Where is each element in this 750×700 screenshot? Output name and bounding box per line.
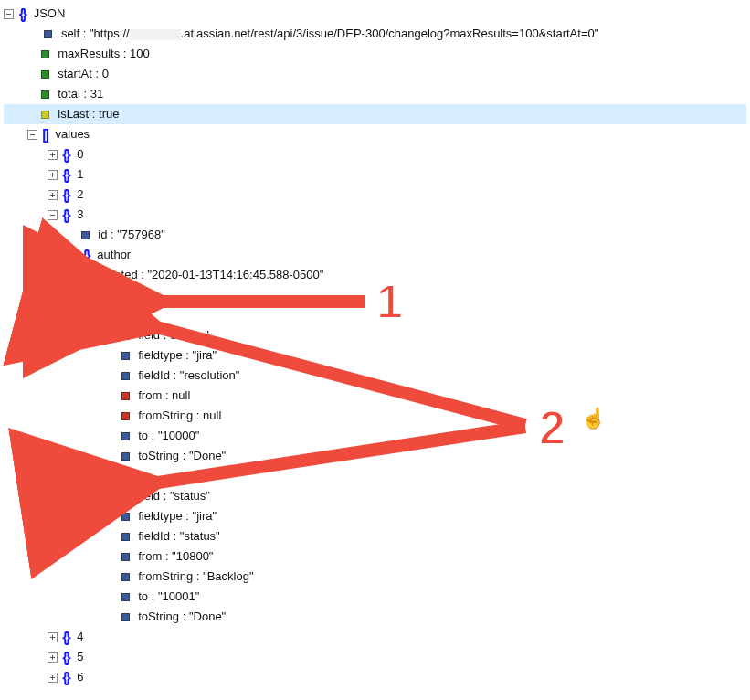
item1-to-node[interactable]: to : "10001" (4, 587, 746, 607)
prop-key: toString (138, 449, 179, 462)
item1-fieldid-node[interactable]: fieldId : "status" (4, 526, 746, 546)
self-node[interactable]: self : "https://.atlassian.net/rest/api/… (4, 24, 746, 44)
item1-field-node[interactable]: field : "status" (4, 486, 746, 506)
prop-key: fieldtype (138, 509, 182, 523)
expand-icon[interactable] (48, 150, 58, 160)
items-1-node[interactable]: {} 1 (4, 466, 746, 486)
collapse-icon[interactable] (4, 9, 14, 19)
node-label: 4 (77, 630, 83, 643)
node-label: 6 (77, 670, 83, 684)
prop-key: field (138, 328, 160, 342)
prop-val: "Done" (189, 610, 226, 623)
items-0-node[interactable]: {} 0 (4, 305, 746, 325)
expand-icon[interactable] (48, 632, 58, 642)
values-5-node[interactable]: {} 5 (4, 647, 746, 667)
node-label: 3 (77, 207, 83, 221)
prop-key: maxResults (58, 47, 120, 60)
node-label: 0 (77, 147, 83, 161)
collapse-icon[interactable] (68, 291, 78, 301)
object-icon: {} (62, 145, 68, 165)
string-icon (121, 613, 130, 621)
array-icon: [] (42, 125, 47, 145)
total-node[interactable]: total : 31 (4, 84, 746, 104)
created-node[interactable]: created : "2020-01-13T14:16:45.588-0500" (4, 265, 746, 285)
prop-val: "10800" (172, 549, 213, 563)
prop-val: null (203, 408, 221, 422)
prop-key: fieldId (138, 368, 170, 382)
number-icon (41, 90, 49, 99)
expand-icon[interactable] (48, 652, 58, 663)
prop-val: 100 (130, 47, 150, 60)
values-node[interactable]: [] values (4, 124, 746, 144)
null-icon (121, 392, 130, 400)
id-node[interactable]: id : "757968" (4, 225, 746, 245)
expand-icon[interactable] (48, 170, 58, 180)
prop-key: isLast (58, 107, 89, 121)
values-3-node[interactable]: {} 3 (4, 205, 746, 225)
prop-val: null (172, 388, 190, 402)
collapse-icon[interactable] (48, 210, 58, 220)
prop-key: to (138, 589, 148, 603)
node-label: values (56, 127, 90, 141)
item0-fieldid-node[interactable]: fieldId : "resolution" (4, 366, 746, 386)
values-2-node[interactable]: {} 2 (4, 185, 746, 205)
author-node[interactable]: {} author (4, 245, 746, 265)
item0-tostring-node[interactable]: toString : "Done" (4, 446, 746, 466)
expand-icon[interactable] (48, 190, 58, 200)
prop-val: "Backlog" (203, 569, 253, 583)
item0-fromstring-node[interactable]: fromString : null (4, 406, 746, 426)
node-label: JSON (34, 6, 66, 20)
string-icon (81, 231, 90, 239)
values-0-node[interactable]: {} 0 (4, 144, 746, 164)
prop-val: "resolution" (180, 368, 240, 382)
item0-to-node[interactable]: to : "10000" (4, 426, 746, 446)
values-6-node[interactable]: {} 6 (4, 667, 746, 687)
maxresults-node[interactable]: maxResults : 100 (4, 44, 746, 64)
item0-field-node[interactable]: field : olution" (4, 325, 746, 345)
json-tree: {} JSON self : "https://.atlassian.net/r… (4, 4, 746, 687)
prop-val: "jira" (193, 509, 217, 523)
prop-val: "10000" (158, 429, 199, 442)
root-node[interactable]: {} JSON (4, 4, 746, 24)
prop-val: 31 (90, 87, 103, 101)
values-1-node[interactable]: {} 1 (4, 164, 746, 185)
islast-node[interactable]: isLast : true (4, 104, 746, 124)
string-icon (121, 533, 130, 541)
collapse-icon[interactable] (88, 472, 98, 482)
item0-from-node[interactable]: from : null (4, 386, 746, 406)
item0-fieldtype-node[interactable]: fieldtype : "jira" (4, 345, 746, 366)
node-label: author (97, 248, 131, 261)
item1-tostring-node[interactable]: toString : "Done" (4, 607, 746, 627)
prop-key: self (61, 27, 79, 40)
startat-node[interactable]: startAt : 0 (4, 64, 746, 84)
items-node[interactable]: [] items (4, 285, 746, 305)
object-icon: {} (19, 5, 25, 25)
prop-key: fromString (138, 408, 193, 422)
object-icon: {} (82, 246, 88, 266)
array-icon: [] (82, 286, 87, 306)
prop-key: id (98, 228, 107, 241)
item1-fieldtype-node[interactable]: fieldtype : "jira" (4, 506, 746, 526)
expand-icon[interactable] (48, 673, 58, 683)
string-icon (121, 432, 130, 440)
expand-icon[interactable] (68, 250, 78, 260)
item1-fromstring-node[interactable]: fromString : "Backlog" (4, 567, 746, 587)
object-icon: {} (62, 206, 68, 226)
redacted-box (130, 29, 181, 40)
values-4-node[interactable]: {} 4 (4, 627, 746, 647)
string-icon (121, 332, 130, 340)
object-icon: {} (102, 467, 108, 487)
prop-val-suffix: .atlassian.net/rest/api/3/issue/DEP-300/… (181, 27, 599, 40)
number-icon (41, 70, 49, 79)
string-icon (44, 30, 52, 38)
collapse-icon[interactable] (27, 130, 37, 140)
prop-val: "757968" (117, 228, 165, 241)
prop-key: to (138, 429, 148, 442)
prop-key: from (138, 549, 162, 563)
node-label: 1 (117, 469, 123, 483)
prop-val: "jira" (193, 348, 217, 362)
collapse-icon[interactable] (88, 311, 98, 321)
node-label: 2 (77, 187, 83, 201)
prop-key: fromString (138, 569, 193, 583)
item1-from-node[interactable]: from : "10800" (4, 546, 746, 567)
